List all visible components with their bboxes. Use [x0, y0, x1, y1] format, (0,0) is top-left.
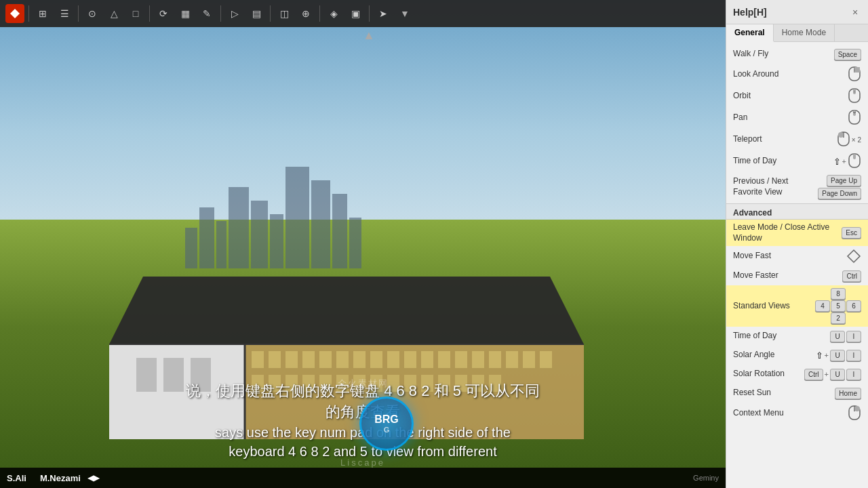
svg-rect-19 [523, 351, 535, 368]
logo-container: BRG G [359, 396, 414, 451]
numpad-grid: 8 4 5 6 2 [815, 288, 861, 324]
user-1: S.Ali [7, 473, 26, 483]
svg-rect-13 [421, 351, 433, 368]
help-key-orbit [848, 88, 861, 104]
toolbar-sep-5 [270, 5, 271, 22]
svg-rect-18 [506, 351, 518, 368]
svg-rect-8 [336, 351, 349, 368]
toolbar-icon-arrow[interactable]: ▼ [395, 4, 414, 23]
help-label-time-of-day2: Time of Day [733, 331, 830, 342]
toolbar-icon-9[interactable]: ▷ [225, 4, 244, 23]
nav-arrows: ◀▶ [87, 473, 100, 483]
toolbar-icon-5[interactable]: □ [126, 4, 145, 23]
help-label-solar-rotation: Solar Rotation [733, 369, 804, 380]
shift-icon-2: ⇧ [816, 350, 823, 361]
help-label-move-fast: Move Fast [733, 251, 846, 262]
toolbar-icon-13[interactable]: ◈ [324, 4, 343, 23]
viewport: ⊞ ☰ ⊙ △ □ ⟳ ▦ ✎ ▷ ▤ ◫ ⊕ ◈ ▣ ➤ ▼ ▲ 说，使用键盘… [0, 0, 726, 488]
toolbar-icon-1[interactable]: ⊞ [33, 4, 52, 23]
numpad-row-3: 2 [815, 312, 861, 324]
svg-rect-20 [540, 351, 552, 368]
panel-content: Walk / Fly Space Look Around Orbit [726, 42, 868, 488]
toolbar-icon-14[interactable]: ▣ [346, 4, 365, 23]
panel-header: Help[H] × [726, 0, 868, 24]
x2-text: × 2 [852, 136, 861, 144]
help-key-esc: Esc [842, 227, 861, 239]
toolbar-icon-11[interactable]: ◫ [275, 4, 294, 23]
help-row-move-fast: Move Fast [726, 246, 868, 266]
toolbar-icon-6[interactable]: ⟳ [154, 4, 173, 23]
help-row-time-of-day2: Time of Day U I [726, 327, 868, 346]
panel-title: Help[H] [733, 7, 767, 18]
svg-rect-5 [285, 351, 298, 368]
tab-general[interactable]: General [726, 24, 774, 42]
toolbar-icon-12[interactable]: ⊕ [296, 4, 315, 23]
help-key-move-fast [846, 249, 861, 264]
svg-rect-54 [838, 132, 844, 138]
svg-rect-57 [853, 154, 856, 159]
panel-close-button[interactable]: × [849, 6, 861, 18]
help-row-pan: Pan [726, 107, 868, 129]
toolbar-icon-7[interactable]: ▦ [176, 4, 195, 23]
help-label-orbit: Orbit [733, 91, 848, 102]
help-label-leave-close: Leave Mode / Close Active Window [733, 222, 842, 243]
mouse-right-icon [848, 66, 861, 83]
key-num8: 8 [831, 288, 846, 300]
watermark-text: 众火素材网 [338, 378, 389, 390]
svg-rect-38 [163, 358, 184, 392]
svg-rect-4 [269, 351, 281, 368]
tab-home-mode[interactable]: Home Mode [774, 24, 835, 41]
help-row-solar-angle: Solar Angle ⇧ + U I [726, 346, 868, 365]
key-home: Home [835, 388, 861, 399]
svg-rect-15 [455, 351, 467, 368]
logo-circle: BRG G [359, 396, 414, 451]
help-row-time-of-day: Time of Day ⇧ + [726, 150, 868, 172]
toolbar-icon-10[interactable]: ▤ [247, 4, 266, 23]
toolbar-icon-4[interactable]: △ [104, 4, 123, 23]
svg-rect-6 [302, 351, 315, 368]
help-key-reset-sun: Home [835, 388, 861, 399]
key-space: Space [834, 49, 861, 60]
help-row-look-around: Look Around [726, 64, 868, 85]
plus-sign-3: + [825, 370, 829, 378]
toolbar-sep-6 [319, 5, 320, 22]
help-row-prev-next: Previous / Next Favorite View Page Up Pa… [726, 172, 868, 202]
logo-text-top: BRG [374, 413, 399, 426]
key-num2: 2 [831, 312, 846, 324]
key-num4: 4 [815, 300, 830, 312]
brand-text: Geminy [693, 474, 719, 482]
toolbar-icon-2[interactable]: ☰ [55, 4, 74, 23]
toolbar-icon-15[interactable]: ➤ [374, 4, 393, 23]
toolbar-sep-2 [78, 5, 79, 22]
svg-rect-16 [472, 351, 484, 368]
plus-sign-2: + [825, 351, 829, 359]
numpad-row-2: 4 5 6 [815, 300, 861, 312]
svg-rect-9 [353, 351, 366, 368]
help-label-pan: Pan [733, 113, 848, 123]
key-num6: 6 [846, 300, 861, 312]
help-label-look-around: Look Around [733, 69, 848, 80]
toolbar-icon-8[interactable]: ✎ [197, 4, 216, 23]
help-row-walk-fly: Walk / Fly Space [726, 45, 868, 64]
key-esc: Esc [842, 227, 861, 239]
svg-rect-11 [387, 351, 399, 368]
help-label-time-of-day: Time of Day [733, 156, 833, 167]
key-i: I [846, 331, 861, 342]
help-row-leave-close: Leave Mode / Close Active Window Esc [726, 220, 868, 246]
help-row-context-menu: Context Menu [726, 403, 868, 424]
plus-sign-1: + [842, 157, 846, 165]
svg-marker-42 [10, 9, 20, 18]
help-key-look-around [848, 66, 861, 83]
help-label-teleport: Teleport [733, 134, 837, 145]
collapse-arrow[interactable]: ▲ [363, 28, 375, 43]
toolbar-sep-3 [149, 5, 150, 22]
help-key-prev-next: Page Up Page Down [818, 175, 861, 199]
app-icon[interactable] [5, 4, 24, 23]
panel-tabs: General Home Mode [726, 24, 868, 42]
right-panel: Help[H] × General Home Mode Walk / Fly S… [726, 0, 868, 488]
help-key-solar-rotation: Ctrl + U I [804, 369, 861, 380]
svg-rect-3 [252, 351, 264, 368]
toolbar-icon-3[interactable]: ⊙ [83, 4, 102, 23]
mouse-left-icon [837, 131, 850, 148]
svg-rect-37 [136, 358, 157, 392]
